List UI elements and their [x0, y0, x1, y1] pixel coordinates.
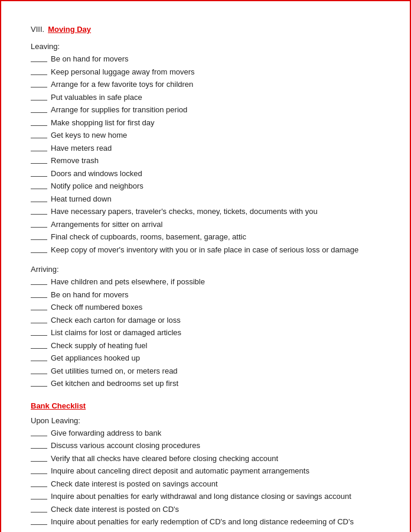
- item-text: Be on hand for movers: [51, 289, 129, 301]
- item-text: Get utilities turned on, or meters read: [51, 365, 178, 377]
- item-text: Final check of cupboards, rooms, basemen…: [51, 231, 246, 243]
- list-item: Have necessary papers, traveler's checks…: [31, 206, 380, 218]
- list-item: Arrange for a few favorite toys for chil…: [31, 79, 380, 90]
- item-text: Inquire about penalties for early withdr…: [51, 491, 351, 502]
- checkbox-blank: [31, 130, 47, 138]
- item-text: Have meters read: [51, 142, 112, 154]
- item-text: Notify police and neighbors: [51, 180, 143, 192]
- checkbox-blank: [31, 232, 47, 240]
- item-text: Verify that all checks have cleared befo…: [51, 453, 278, 465]
- checkbox-blank: [31, 530, 47, 533]
- list-item: Check off numbered boxes: [31, 301, 380, 313]
- checkbox-blank: [31, 290, 47, 298]
- checkbox-blank: [31, 517, 47, 525]
- checkbox-blank: [31, 466, 47, 474]
- checkbox-blank: [31, 315, 47, 323]
- item-text: Keep personal luggage away from movers: [51, 66, 195, 78]
- list-item: Get keys to new home: [31, 129, 380, 141]
- checkbox-blank: [31, 428, 47, 436]
- checkbox-blank: [31, 206, 47, 215]
- item-text: Inquire about penalties for early redemp…: [51, 516, 354, 528]
- item-text: Have children and pets elsewhere, if pos…: [51, 276, 205, 288]
- checkbox-blank: [31, 277, 47, 285]
- leaving-label: Leaving:: [31, 42, 380, 51]
- list-item: Have children and pets elsewhere, if pos…: [31, 276, 380, 288]
- item-text: Keep copy of mover's inventory with you …: [51, 244, 358, 256]
- item-text: Check date interest is posted on savings…: [51, 478, 218, 490]
- page: VIII. Moving Day Leaving: Be on hand for…: [0, 0, 411, 532]
- list-item: Check supply of heating fuel: [31, 340, 380, 352]
- checkbox-blank: [31, 366, 47, 374]
- checkbox-blank: [31, 440, 47, 449]
- checkbox-blank: [31, 219, 47, 228]
- list-item: Check date interest is posted on CD's: [31, 504, 380, 515]
- checkbox-blank: [31, 327, 47, 336]
- arriving-items-container: Have children and pets elsewhere, if pos…: [31, 276, 380, 390]
- checkbox-blank: [31, 504, 47, 512]
- list-item: Get appliances hooked up: [31, 352, 380, 364]
- item-text: Get appliances hooked up: [51, 352, 140, 364]
- list-item: Remove trash: [31, 155, 380, 167]
- checkbox-blank: [31, 353, 47, 361]
- item-text: Heat turned down: [51, 193, 112, 205]
- upon-leaving-label: Upon Leaving:: [31, 416, 380, 425]
- checkbox-blank: [31, 302, 47, 310]
- checkbox-blank: [31, 194, 47, 202]
- checkbox-blank: [31, 181, 47, 189]
- item-text: Be on hand for movers: [51, 53, 129, 65]
- section-title: Moving Day: [48, 25, 91, 34]
- item-text: Arrange for a few favorite toys for chil…: [51, 79, 193, 90]
- checkbox-blank: [31, 340, 47, 349]
- leaving-items-container: Be on hand for moversKeep personal lugga…: [31, 53, 380, 255]
- checkbox-blank: [31, 143, 47, 151]
- list-item: Inquire about canceling direct deposit a…: [31, 465, 380, 477]
- checkbox-blank: [31, 245, 47, 253]
- list-item: Be on hand for movers: [31, 289, 380, 301]
- list-item: Final check of cupboards, rooms, basemen…: [31, 231, 380, 243]
- item-text: Inquire about canceling direct deposit a…: [51, 465, 309, 477]
- checkbox-blank: [31, 54, 47, 62]
- list-item: Notify police and neighbors: [31, 180, 380, 192]
- list-item: Heat turned down: [31, 193, 380, 205]
- checkbox-blank: [31, 79, 47, 87]
- item-text: Put valuables in safe place: [51, 92, 142, 103]
- item-text: Get kitchen and bedrooms set up first: [51, 378, 178, 390]
- moving-day-header: VIII. Moving Day: [31, 25, 380, 34]
- bank-section: Bank Checklist Upon Leaving: Give forwar…: [31, 401, 380, 533]
- item-text: Get keys to new home: [51, 129, 127, 141]
- list-item: Discuss various account closing procedur…: [31, 440, 380, 452]
- list-item: Discuss servicing of any outstanding loa…: [31, 529, 380, 533]
- checkbox-blank: [31, 491, 47, 499]
- list-item: Have meters read: [31, 142, 380, 154]
- list-item: Give forwarding address to bank: [31, 427, 380, 439]
- bank-title: Bank Checklist: [31, 401, 380, 410]
- item-text: Arrangements for sitter on arrival: [51, 219, 162, 231]
- checkbox-blank: [31, 155, 47, 164]
- list-item: List claims for lost or damaged articles: [31, 327, 380, 339]
- item-text: Check off numbered boxes: [51, 301, 142, 313]
- list-item: Check each carton for damage or loss: [31, 314, 380, 326]
- item-text: Discuss various account closing procedur…: [51, 440, 200, 452]
- list-item: Keep personal luggage away from movers: [31, 66, 380, 78]
- list-item: Arrangements for sitter on arrival: [31, 219, 380, 231]
- list-item: Arrange for supplies for transition peri…: [31, 104, 380, 116]
- list-item: Get kitchen and bedrooms set up first: [31, 378, 380, 390]
- list-item: Put valuables in safe place: [31, 92, 380, 103]
- list-item: Verify that all checks have cleared befo…: [31, 453, 380, 465]
- arriving-group: Arriving: Have children and pets elsewhe…: [31, 265, 380, 390]
- item-text: List claims for lost or damaged articles: [51, 327, 181, 339]
- leaving-group: Leaving: Be on hand for moversKeep perso…: [31, 42, 380, 255]
- checkbox-blank: [31, 453, 47, 462]
- checkbox-blank: [31, 378, 47, 387]
- checkbox-blank: [31, 168, 47, 177]
- arriving-label: Arriving:: [31, 265, 380, 274]
- item-text: Arrange for supplies for transition peri…: [51, 104, 187, 116]
- list-item: Keep copy of mover's inventory with you …: [31, 244, 380, 256]
- list-item: Be on hand for movers: [31, 53, 380, 65]
- checkbox-blank: [31, 479, 47, 487]
- item-text: Remove trash: [51, 155, 99, 167]
- item-text: Give forwarding address to bank: [51, 427, 161, 439]
- list-item: Inquire about penalties for early redemp…: [31, 516, 380, 528]
- item-text: Make shopping list for first day: [51, 117, 155, 129]
- list-item: Get utilities turned on, or meters read: [31, 365, 380, 377]
